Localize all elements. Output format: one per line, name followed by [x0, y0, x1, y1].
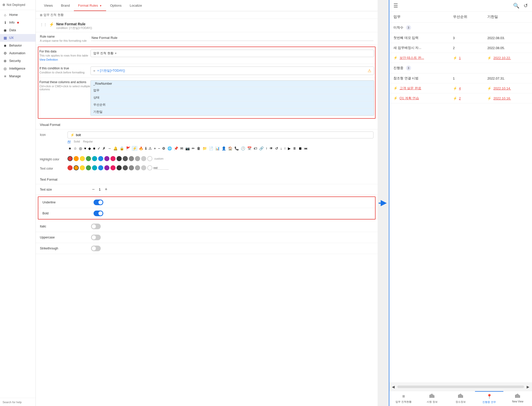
view-definition-link[interactable]: View Definition	[39, 58, 90, 61]
sidebar-item-behavior[interactable]: ☻ Behavior	[0, 42, 36, 49]
bottom-nav-ongoing[interactable]: 📍 진행중 연무	[475, 391, 504, 406]
tab-localize[interactable]: Localize	[126, 1, 146, 11]
icon-bolt-grid[interactable]: ⚡	[132, 146, 138, 151]
text-color-name-input[interactable]	[153, 166, 169, 170]
icon-square[interactable]: ■	[92, 146, 96, 151]
rule-name-input[interactable]	[91, 35, 373, 41]
icon-diamond[interactable]: ◆	[87, 146, 92, 151]
icon-tab-regular[interactable]: Regular	[83, 140, 93, 143]
sidebar-item-automation[interactable]: ⚙ Automation	[0, 49, 36, 57]
color-teal[interactable]	[92, 156, 97, 161]
urgent-date-link[interactable]: 2022.10.22.	[493, 56, 511, 60]
sidebar-item-home[interactable]: ⌂ Home	[0, 11, 36, 19]
urgent-task-link-3[interactable]: Q1 계획 연습	[400, 96, 419, 100]
strikethrough-toggle[interactable]	[91, 246, 101, 251]
tab-options[interactable]: Options	[106, 1, 126, 11]
text-color-pink[interactable]	[110, 165, 116, 170]
icon-check[interactable]: ✓	[97, 146, 101, 151]
urgent-task-link[interactable]: 보안 테스트 완...	[400, 56, 424, 60]
condition-area[interactable]: = = [기한일]>TODAY() ⚠	[90, 67, 374, 75]
text-color-purple[interactable]	[104, 165, 109, 170]
tab-views[interactable]: Views	[40, 1, 57, 11]
text-color-dark2[interactable]	[123, 165, 128, 170]
column-item-rownumber[interactable]: _RowNumber	[91, 81, 374, 87]
tab-brand[interactable]: Brand	[57, 1, 74, 11]
bold-toggle[interactable]	[94, 211, 103, 216]
icon-home[interactable]: 🏠	[227, 146, 233, 151]
icon-calendar[interactable]: 📅	[246, 146, 252, 151]
drag-handle-icon[interactable]: ⋮⋮	[40, 22, 47, 27]
text-color-gray1[interactable]	[129, 165, 134, 170]
icon-camera[interactable]: 📷	[185, 146, 190, 151]
sidebar-item-manage[interactable]: ≡ Manage	[0, 72, 36, 80]
text-color-red[interactable]	[67, 165, 73, 170]
icon-warning[interactable]: ⚠	[148, 146, 153, 151]
sidebar-item-ux[interactable]: ▦ UX	[0, 34, 36, 42]
icon-star-outline[interactable]: ☆	[73, 146, 78, 151]
icon-folder[interactable]: 📁	[202, 146, 208, 151]
scroll-left-button[interactable]: ◀	[389, 384, 397, 390]
icon-phone[interactable]: 📞	[234, 146, 240, 151]
icon-arrow[interactable]: →	[107, 146, 112, 151]
icon-link[interactable]: 🔗	[258, 146, 264, 151]
icon-minus[interactable]: −	[157, 146, 161, 151]
icon-pin[interactable]: 📌	[173, 146, 179, 151]
urgent-priority-link-2[interactable]: 4	[459, 86, 461, 90]
icon-eye[interactable]: 👁	[269, 146, 274, 151]
icon-search-input[interactable]	[76, 133, 371, 137]
tab-format-rules[interactable]: Format Rules ▼	[74, 1, 106, 11]
sidebar-search-area[interactable]	[0, 398, 36, 406]
icon-user[interactable]: 👤	[221, 146, 227, 151]
icon-tag[interactable]: 🏷	[253, 146, 258, 151]
bottom-nav-new-view[interactable]: New View	[503, 391, 532, 406]
color-gray1[interactable]	[129, 156, 134, 161]
icon-gear[interactable]: ⚙	[161, 146, 166, 151]
color-blue[interactable]	[98, 156, 103, 161]
icon-heart[interactable]: ♥	[83, 146, 87, 151]
icon-lock[interactable]: 🔒	[119, 146, 125, 151]
urgent-date-link-3[interactable]: 2022.10.16.	[493, 96, 511, 100]
color-purple[interactable]	[104, 156, 109, 161]
icon-trash[interactable]: 🗑	[196, 146, 201, 151]
column-item-status[interactable]: 상태	[91, 94, 374, 101]
color-orange[interactable]	[74, 156, 79, 161]
scroll-right-button[interactable]: ▶	[524, 384, 532, 390]
icon-pencil[interactable]: ✏	[191, 146, 196, 151]
color-gray3[interactable]	[141, 156, 146, 161]
icon-rewind[interactable]: ⏮	[303, 146, 308, 151]
icon-mail[interactable]: ✉	[179, 146, 184, 151]
color-yellow[interactable]	[80, 156, 85, 161]
icon-flag[interactable]: 🚩	[125, 146, 131, 151]
icon-upload[interactable]: ↑	[283, 146, 287, 151]
text-color-yellow[interactable]	[80, 165, 85, 170]
icon-clock[interactable]: 🕐	[240, 146, 246, 151]
text-color-white[interactable]	[147, 165, 152, 170]
icon-tab-all[interactable]: All	[67, 140, 71, 143]
refresh-icon[interactable]: ↺	[524, 3, 528, 9]
italic-toggle[interactable]	[91, 224, 101, 229]
icon-cross[interactable]: ✗	[102, 146, 106, 151]
sidebar-item-intelligence[interactable]: ◎ Intelligence	[0, 65, 36, 72]
for-data-dropdown[interactable]: 업무 진척 현황 ▼	[90, 50, 374, 57]
color-green[interactable]	[86, 156, 91, 161]
scroll-track[interactable]	[397, 386, 524, 388]
icon-refresh[interactable]: ↺	[274, 146, 279, 151]
icon-field[interactable]: ⚡	[67, 131, 373, 138]
icon-download[interactable]: ↓	[279, 146, 283, 151]
icon-star[interactable]: ★	[67, 146, 72, 151]
sidebar-item-data[interactable]: ◉ Data	[0, 26, 36, 34]
urgent-date-link-2[interactable]: 2022.10.14.	[493, 86, 511, 90]
color-dark1[interactable]	[117, 156, 122, 161]
color-gray2[interactable]	[135, 156, 140, 161]
icon-fire[interactable]: 🔥	[138, 146, 144, 151]
icon-globe[interactable]: 🌐	[167, 146, 173, 151]
icon-doc[interactable]: 📄	[208, 146, 214, 151]
urgent-task-link-2[interactable]: 고객 설문 완료	[400, 86, 421, 90]
icon-play[interactable]: ▶	[287, 146, 291, 151]
underline-toggle[interactable]	[94, 200, 103, 205]
text-color-dark1[interactable]	[117, 165, 122, 170]
search-input[interactable]	[3, 401, 33, 404]
bottom-nav-task-progress[interactable]: ≡ 업무 진척현황	[389, 391, 418, 406]
bottom-nav-location[interactable]: 장소정보	[446, 391, 475, 406]
icon-plus[interactable]: +	[153, 146, 157, 151]
